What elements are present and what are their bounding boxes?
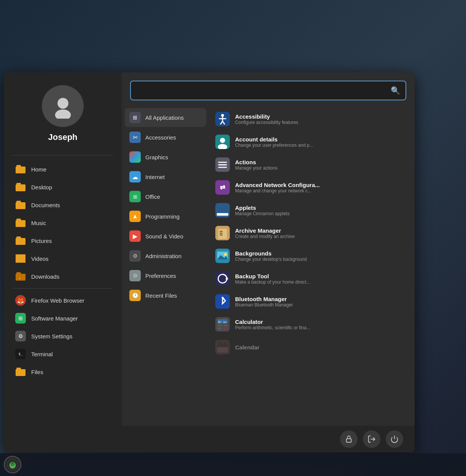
pictures-icon — [15, 235, 26, 246]
sidebar-item-system-settings[interactable]: ⚙ System Settings — [7, 327, 119, 345]
recent-files-icon: 🕐 — [129, 290, 141, 301]
cat-item-all[interactable]: ⊞ All Applications — [125, 108, 206, 127]
actions-icon — [215, 157, 230, 172]
sidebar-item-desktop[interactable]: Desktop — [7, 178, 119, 196]
backup-tool-icon — [215, 271, 230, 286]
sidebar-item-videos[interactable]: Videos — [7, 250, 119, 267]
sidebar-divider-apps — [13, 288, 113, 289]
app-item-advanced-network[interactable]: ⇄ Advanced Network Configura... Manage a… — [211, 176, 410, 198]
app-item-archive-manager[interactable]: Archive Manager Create and modify an arc… — [211, 222, 410, 244]
sidebar-item-documents[interactable]: Documents — [7, 196, 119, 214]
svg-rect-37 — [223, 325, 227, 327]
cat-item-graphics[interactable]: Graphics — [125, 148, 206, 167]
sidebar-item-pictures[interactable]: Pictures — [7, 232, 119, 249]
mint-logo-button[interactable] — [4, 456, 21, 473]
cat-item-preferences[interactable]: ⚙ Preferences — [125, 266, 206, 285]
system-settings-icon: ⚙ — [15, 331, 26, 341]
sidebar-item-music[interactable]: Music — [7, 214, 119, 232]
sidebar-item-files[interactable]: Files — [7, 363, 119, 381]
app-info-backgrounds: Backgrounds Change your desktop's backgr… — [235, 250, 406, 262]
right-panel: 🔍 ⊞ All Applications ✂ Accessories Graph… — [122, 72, 415, 452]
app-info-archive-manager: Archive Manager Create and modify an arc… — [235, 227, 406, 239]
svg-point-52 — [12, 462, 13, 463]
downloads-icon: ↓ — [15, 271, 26, 282]
menu-panel: Joseph Home Desktop Documents Music — [4, 72, 415, 452]
cat-item-office[interactable]: ⊞ Office — [125, 187, 206, 206]
internet-icon: ☁ — [129, 171, 141, 182]
app-info-actions: Actions Manage your actions — [235, 159, 406, 171]
administration-icon: ⚙ — [129, 250, 141, 262]
all-apps-icon: ⊞ — [129, 112, 141, 123]
cat-item-programming[interactable]: ▲ Programming — [125, 207, 206, 226]
search-bar[interactable]: 🔍 — [130, 81, 406, 100]
sound-video-icon: ▶ — [129, 230, 141, 242]
advanced-network-icon: ⇄ — [215, 180, 230, 195]
svg-rect-38 — [218, 328, 222, 330]
sidebar-divider-top — [13, 155, 113, 155]
desktop-icon — [15, 182, 26, 192]
svg-text:x=: x= — [223, 320, 227, 324]
cat-item-recent-files[interactable]: 🕐 Recent Files — [125, 286, 206, 305]
documents-icon — [15, 200, 26, 210]
cat-item-sound-video[interactable]: ▶ Sound & Video — [125, 227, 206, 246]
bottom-bar — [122, 426, 415, 452]
app-item-bluetooth[interactable]: Bluetooth Manager Blueman Bluetooth Mana… — [211, 290, 410, 313]
sidebar-item-firefox[interactable]: 🦊 Firefox Web Browser — [7, 292, 119, 309]
app-item-calculator[interactable]: 6÷ x= Calculator Perform arithmetic, sci… — [211, 313, 410, 335]
office-icon: ⊞ — [129, 191, 141, 202]
applets-icon — [215, 203, 230, 217]
firefox-icon: 🦊 — [15, 295, 26, 306]
search-input[interactable] — [136, 87, 391, 95]
music-icon — [15, 217, 26, 228]
svg-rect-12 — [218, 162, 227, 163]
sidebar-item-software-manager[interactable]: ⊞ Software Manager — [7, 309, 119, 327]
svg-point-27 — [224, 253, 227, 256]
calendar-icon — [215, 340, 230, 354]
graphics-icon — [129, 151, 141, 163]
svg-text:⇄: ⇄ — [220, 184, 226, 191]
logout-button[interactable] — [363, 430, 380, 448]
search-bar-wrap: 🔍 — [122, 72, 415, 106]
app-item-backgrounds[interactable]: Backgrounds Change your desktop's backgr… — [211, 245, 410, 267]
cat-item-internet[interactable]: ☁ Internet — [125, 167, 206, 186]
app-item-actions[interactable]: Actions Manage your actions — [211, 154, 410, 176]
calculator-icon: 6÷ x= — [215, 317, 230, 332]
taskbar — [0, 453, 466, 476]
app-info-applets: Applets Manage Cinnamon applets — [235, 205, 406, 216]
svg-rect-45 — [347, 439, 351, 442]
svg-rect-20 — [218, 229, 227, 239]
main-content: ⊞ All Applications ✂ Accessories Graphic… — [122, 106, 415, 426]
app-info-calculator: Calculator Perform arithmetic, scientifi… — [235, 319, 406, 330]
power-button[interactable] — [386, 430, 403, 448]
app-item-calendar[interactable]: Calendar — [211, 336, 410, 358]
svg-rect-22 — [219, 233, 223, 234]
cat-item-administration[interactable]: ⚙ Administration — [125, 246, 206, 265]
sidebar-nav: Home Desktop Documents Music Pictures Vi… — [4, 159, 122, 452]
svg-rect-14 — [218, 167, 227, 168]
software-manager-icon: ⊞ — [15, 313, 26, 324]
app-info-account-details: Account details Change your user prefere… — [235, 136, 406, 148]
cat-item-accessories[interactable]: ✂ Accessories — [125, 128, 206, 147]
avatar — [42, 85, 84, 127]
app-item-accessibility[interactable]: Accessibility Configure accessibility fe… — [211, 108, 410, 130]
svg-point-9 — [220, 138, 225, 143]
app-info-advanced-network: Advanced Network Configura... Manage and… — [235, 182, 406, 194]
app-info-bluetooth: Bluetooth Manager Blueman Bluetooth Mana… — [235, 296, 406, 308]
sidebar-item-terminal[interactable]: $_ Terminal — [7, 345, 119, 363]
app-item-applets[interactable]: Applets Manage Cinnamon applets — [211, 199, 410, 221]
preferences-icon: ⚙ — [129, 270, 141, 281]
username: Joseph — [48, 132, 77, 142]
svg-point-43 — [219, 342, 221, 344]
app-info-calendar: Calendar — [235, 344, 406, 351]
app-info-accessibility: Accessibility Configure accessibility fe… — [235, 113, 406, 125]
apps-list: Accessibility Configure accessibility fe… — [209, 106, 415, 426]
app-item-backup-tool[interactable]: Backup Tool Make a backup of your home d… — [211, 268, 410, 290]
backgrounds-icon — [215, 249, 230, 263]
app-item-account-details[interactable]: Account details Change your user prefere… — [211, 131, 410, 153]
home-icon — [15, 164, 26, 175]
svg-rect-13 — [218, 164, 227, 165]
account-details-icon — [215, 135, 230, 149]
sidebar-item-downloads[interactable]: ↓ Downloads — [7, 268, 119, 285]
lock-button[interactable] — [340, 430, 358, 448]
sidebar-item-home[interactable]: Home — [7, 160, 119, 178]
